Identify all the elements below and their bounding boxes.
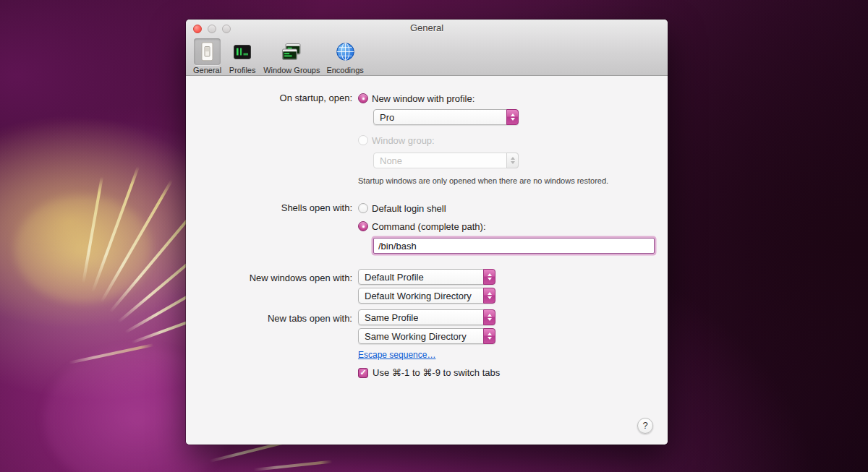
popup-value: None — [380, 155, 402, 166]
radio-default-login-shell[interactable]: Default login shell — [358, 202, 668, 215]
checkbox-label: Use ⌘-1 to ⌘-9 to switch tabs — [373, 367, 500, 378]
popup-stepper-icon[interactable] — [483, 269, 495, 285]
new-windows-profile-popup[interactable]: Default Profile — [358, 269, 495, 285]
popup-stepper-icon[interactable] — [483, 288, 495, 304]
radio-selected-icon[interactable] — [358, 221, 368, 231]
radio-label: Default login shell — [372, 203, 446, 214]
window-chrome: General General — [186, 20, 668, 76]
escape-sequence-link[interactable]: Escape sequence… — [358, 350, 435, 360]
tab-label: Profiles — [229, 66, 256, 74]
desktop-background: General General — [0, 0, 868, 472]
popup-value: Same Working Directory — [365, 331, 467, 342]
radio-selected-icon[interactable] — [358, 93, 368, 103]
window-title: General — [186, 22, 668, 33]
tab-general[interactable]: General — [193, 38, 221, 74]
preferences-toolbar: General Profiles — [186, 38, 668, 75]
shells-label: Shells open with: — [186, 202, 352, 254]
radio-command-complete-path[interactable]: Command (complete path): — [358, 220, 668, 233]
new-tabs-directory-popup[interactable]: Same Working Directory — [358, 328, 495, 344]
popup-value: Pro — [380, 112, 394, 123]
terminal-profile-icon — [233, 43, 252, 61]
switch-tabs-checkbox-row[interactable]: Use ⌘-1 to ⌘-9 to switch tabs — [358, 367, 668, 378]
globe-icon — [336, 42, 355, 61]
startup-window-group-popup[interactable]: None — [373, 153, 519, 168]
stamen-line — [253, 460, 333, 471]
new-windows-section: New windows open with: Default Profile D… — [186, 269, 668, 304]
popup-stepper-icon[interactable] — [506, 109, 519, 125]
startup-profile-popup[interactable]: Pro — [373, 109, 519, 125]
tab-encodings[interactable]: Encodings — [326, 38, 363, 74]
startup-note: Startup windows are only opened when the… — [358, 176, 668, 185]
checkbox-checked-icon[interactable] — [358, 368, 368, 378]
radio-label: Window group: — [372, 135, 435, 146]
radio-unselected-icon[interactable] — [358, 203, 368, 213]
general-pane: On startup, open: New window with profil… — [186, 76, 668, 445]
tab-window-groups[interactable]: Window Groups — [263, 38, 320, 74]
radio-label: New window with profile: — [372, 93, 475, 104]
new-tabs-label: New tabs open with: — [186, 309, 352, 378]
window-titlebar[interactable]: General — [186, 20, 668, 38]
new-windows-directory-popup[interactable]: Default Working Directory — [358, 288, 495, 304]
tab-label: Window Groups — [263, 66, 320, 74]
radio-window-group[interactable]: Window group: — [358, 134, 668, 147]
tab-label: General — [193, 66, 221, 74]
shells-section: Shells open with: Default login shell Co… — [186, 202, 668, 254]
tab-label: Encodings — [326, 66, 363, 74]
terminal-preferences-window: General General — [186, 20, 668, 445]
startup-label: On startup, open: — [186, 92, 352, 185]
popup-value: Default Profile — [365, 272, 424, 283]
popup-stepper-icon[interactable] — [483, 328, 495, 344]
popup-stepper-icon[interactable] — [483, 309, 495, 325]
popup-value: Same Profile — [365, 312, 418, 323]
help-button[interactable]: ? — [637, 418, 653, 434]
popup-stepper-icon — [506, 153, 519, 168]
command-path-field[interactable] — [373, 238, 655, 254]
new-tabs-profile-popup[interactable]: Same Profile — [358, 309, 495, 325]
tab-profiles[interactable]: Profiles — [228, 38, 257, 74]
light-switch-icon — [199, 42, 216, 61]
window-groups-icon — [281, 43, 302, 61]
radio-label: Command (complete path): — [372, 221, 486, 232]
new-windows-label: New windows open with: — [186, 269, 352, 304]
new-tabs-section: New tabs open with: Same Profile Same Wo… — [186, 309, 668, 378]
radio-new-window-with-profile[interactable]: New window with profile: — [358, 92, 668, 105]
popup-value: Default Working Directory — [365, 291, 472, 301]
radio-unselected-icon[interactable] — [358, 135, 368, 145]
startup-section: On startup, open: New window with profil… — [186, 92, 668, 185]
